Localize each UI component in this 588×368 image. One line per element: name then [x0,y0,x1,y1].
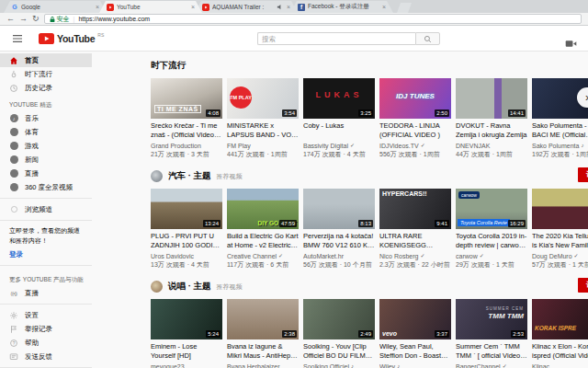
channel-row[interactable]: carwow✓ [456,252,527,260]
video-thumbnail[interactable]: 5:24 [151,299,222,339]
topic-avatar[interactable] [151,170,163,182]
sidebar-item-news[interactable]: 新闻 [0,153,92,167]
channel-row[interactable]: Creative Channel✓ [227,252,299,260]
video-thumbnail[interactable]: IDJ TUNES 2:50 [379,78,451,119]
search-button[interactable] [415,32,440,45]
close-icon[interactable]: × [287,4,290,10]
video-title[interactable]: Sako Polumenta - BACI ME (Official Music… [532,121,588,140]
video-thumbnail[interactable]: 2:49 [303,299,375,339]
video-card[interactable]: 14:41 DVOKUT - Ravna Zemlja i okrugla Ze… [456,78,527,158]
sidebar-item-send-feedback[interactable]: 发送反馈 [0,350,92,363]
security-indicator[interactable]: 安全 [50,15,70,24]
video-thumbnail[interactable]: carwow Toyota Corolla Revie 16:29 [456,189,527,229]
video-thumbnail[interactable]: 14:41 [456,78,527,119]
tab-audio-speaker-icon[interactable] [277,4,284,11]
video-title[interactable]: Toyota Corolla 2019 in-depth review | ca… [456,232,527,250]
video-card[interactable]: IDJ TUNES 2:50 TEODORA - LINIJA (OFFICIA… [379,78,451,158]
video-card[interactable]: 13:24 PLUG - PRVI PUT U ZADNJIH 100 GODI… [151,189,222,269]
sidebar-item-browse-channels[interactable]: 浏览频道 [0,202,92,216]
video-thumbnail[interactable]: vevo 3:37 [379,299,451,339]
new-tab-button[interactable] [397,3,412,13]
channel-row[interactable]: mevogue23 [151,362,222,368]
sidebar-item-home[interactable]: 首页 [0,53,92,67]
tab-facebook[interactable]: f Facebook - 登录或注册 × [290,1,393,13]
forward-icon[interactable]: → [19,15,28,23]
sidebar-item-settings[interactable]: 设置 [0,308,92,322]
topic-avatar[interactable] [151,281,163,293]
channel-row[interactable]: DNEVNJAK [456,142,527,150]
video-thumbnail[interactable]: SUMMER CEM TMM TMM 2:53 [456,299,527,339]
video-thumbnail[interactable]: HYPERCARS!! 9:41 [379,189,451,229]
video-title[interactable]: Wiley, Sean Paul, Steffion Don - Boasty … [379,342,451,361]
video-title[interactable]: MINISTARKE x LAPSUS BAND - VOLI ME (OFFI… [227,121,299,140]
video-thumbnail[interactable]: KORAK ISPRE [532,299,588,339]
video-title[interactable]: TEODORA - LINIJA (OFFICIAL VIDEO ) [379,121,451,140]
refresh-icon[interactable]: ↻ [32,15,40,23]
video-card[interactable]: 5:24 Eminem - Lose Yourself [HD] mevogue… [151,299,222,368]
video-thumbnail[interactable]: LUKAS 3:25 [303,78,375,119]
close-icon[interactable]: × [191,4,195,10]
sidebar-item-360-video[interactable]: 360 度全景视频 [0,180,92,194]
sidebar-item-help[interactable]: ? 帮助 [0,336,92,350]
sidebar-item-live[interactable]: 直播 [0,167,92,180]
back-icon[interactable]: ← [6,15,15,23]
video-card[interactable]: TI ME ZNAŠ 4:08 Srećko Krečar - Ti me zn… [151,78,222,158]
video-thumbnail[interactable]: TI ME ZNAŠ 4:08 [151,78,222,119]
video-thumbnail[interactable] [532,189,588,229]
tab-youtube[interactable]: YouTube × [99,1,202,13]
channel-row[interactable]: Bassivity Digital✓ [303,142,375,150]
video-card[interactable]: DIY GO KART 47:59 Build a Electric Go Ka… [227,189,299,269]
channel-row[interactable]: Soolking Officiel♪ [303,362,375,368]
video-thumbnail[interactable]: 2:38 [227,299,299,339]
video-card[interactable]: SUMMER CEM TMM TMM 2:53 Summer Cem ` TMM… [456,299,527,368]
channel-row[interactable]: Sako Polumenta♪ [532,142,588,150]
tab-aquaman-trailer[interactable]: AQUAMAN Trailer : × [195,1,298,13]
channel-row[interactable]: Doug DeMuro✓ [532,252,588,260]
subscribe-button[interactable]: 订阅 [578,167,588,182]
sidebar-item-history[interactable]: 历史记录 [0,81,92,95]
subscribe-button[interactable]: 订阅 [578,278,588,293]
video-thumbnail[interactable]: 13:24 [151,189,222,229]
menu-hamburger-icon[interactable] [12,30,23,47]
section-title[interactable]: 说唱 · 主题 [168,281,210,293]
video-card[interactable]: 2:38 Bvana iz lagune & Mikri Maus - Anti… [227,299,299,368]
video-title[interactable]: Klinac x Elon - Korak ispred (Official V… [532,342,588,361]
channel-row[interactable]: FM Play [227,142,299,150]
close-icon[interactable]: × [382,4,386,10]
sidebar-item-music[interactable]: ♪ 音乐 [0,111,92,125]
channel-row[interactable]: Grand Production [151,142,222,150]
upload-camcorder-icon[interactable] [565,35,577,52]
video-card[interactable]: carwow Toyota Corolla Revie 16:29 Toyota… [456,189,527,269]
video-card[interactable]: The 2020 Kia Telluride is Kia's New Fami… [532,189,588,269]
address-bar[interactable]: 安全 | https://www.youtube.com [44,14,582,24]
channel-row[interactable]: Bvana Herbalajzer [227,362,299,368]
sidebar-item-gaming[interactable]: 游戏 [0,139,92,153]
video-card[interactable]: vevo 3:37 Wiley, Sean Paul, Steffion Don… [379,299,451,368]
video-title[interactable]: Srećko Krečar - Ti me znaš - (Official V… [151,121,222,140]
video-title[interactable]: ULTRA RARE KOENIGSEGG REGERA & MCLAREN..… [379,232,451,250]
video-thumbnail[interactable]: 8:13 [303,189,375,229]
sidebar-item-live-streaming[interactable]: ((•)) 直播 [0,286,92,300]
video-title[interactable]: Summer Cem ` TMM TMM ` [ official Video … [456,342,527,361]
tab-google[interactable]: G Google × [4,1,107,13]
video-thumbnail[interactable]: DIY GO KART 47:59 [227,189,299,229]
video-card[interactable]: FM PLAY 3:54 MINISTARKE x LAPSUS BAND - … [227,78,299,158]
sidebar-item-report-history[interactable]: 举报记录 [0,322,92,336]
video-card[interactable]: LUKAS 3:25 Coby - Lukas Bassivity Digita… [303,78,375,158]
signin-link[interactable]: 登录 [0,246,92,261]
sidebar-item-sports[interactable]: 体育 [0,125,92,139]
video-card[interactable]: 2:49 Soolking - Youv [Clip Officiel BO D… [303,299,375,368]
channel-row[interactable]: Klinac [532,362,588,368]
video-title[interactable]: PLUG - PRVI PUT U ZADNJIH 100 GODINA - n… [151,232,222,250]
sidebar-item-trending[interactable]: 时下流行 [0,67,92,81]
channel-row[interactable]: Wiley♪ [379,362,451,368]
video-title[interactable]: Coby - Lukas [303,121,375,140]
youtube-logo[interactable]: YouTube RS [39,33,104,44]
channel-row[interactable]: AutoMarket.hr [303,252,375,260]
video-title[interactable]: Build a Electric Go Kart at Home - v2 El… [227,232,299,250]
video-card[interactable]: 8:13 Perverzija na 4 kotača! BMW 760 V12… [303,189,375,269]
channel-row[interactable]: Nico Rosberg✓ [379,252,451,260]
close-icon[interactable]: × [96,4,99,10]
video-title[interactable]: Eminem - Lose Yourself [HD] [151,342,222,361]
video-thumbnail[interactable]: FM PLAY 3:54 [227,78,299,119]
